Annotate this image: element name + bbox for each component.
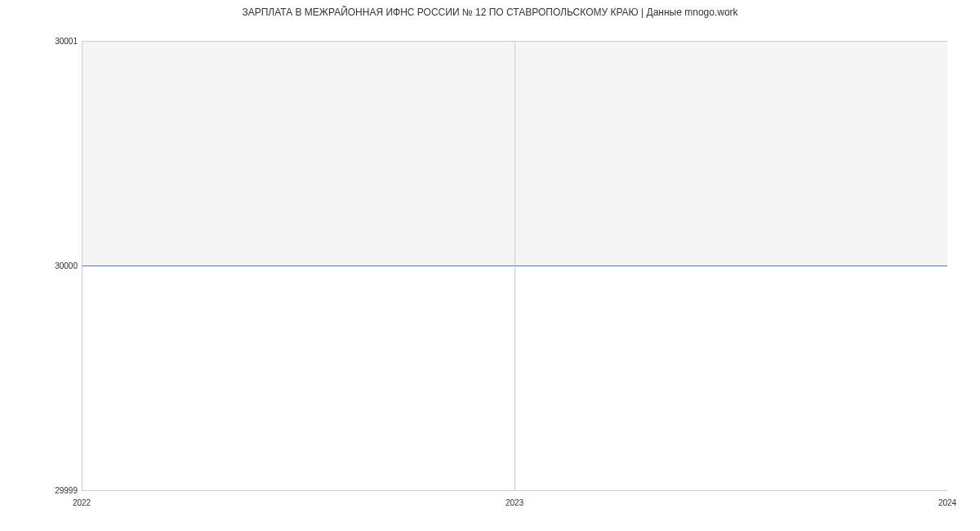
y-tick-label: 30000 xyxy=(55,261,78,270)
chart-title: ЗАРПЛАТА В МЕЖРАЙОННАЯ ИФНС РОССИИ № 12 … xyxy=(242,7,737,18)
y-tick-label: 29999 xyxy=(55,486,78,495)
x-axis xyxy=(82,490,947,491)
x-tick-label: 2022 xyxy=(73,498,91,507)
x-gridline-2023 xyxy=(514,41,515,490)
y-tick-label: 30001 xyxy=(55,37,78,46)
x-tick-label: 2023 xyxy=(506,498,523,507)
y-axis xyxy=(82,41,82,490)
x-tick-label: 2024 xyxy=(938,498,956,507)
